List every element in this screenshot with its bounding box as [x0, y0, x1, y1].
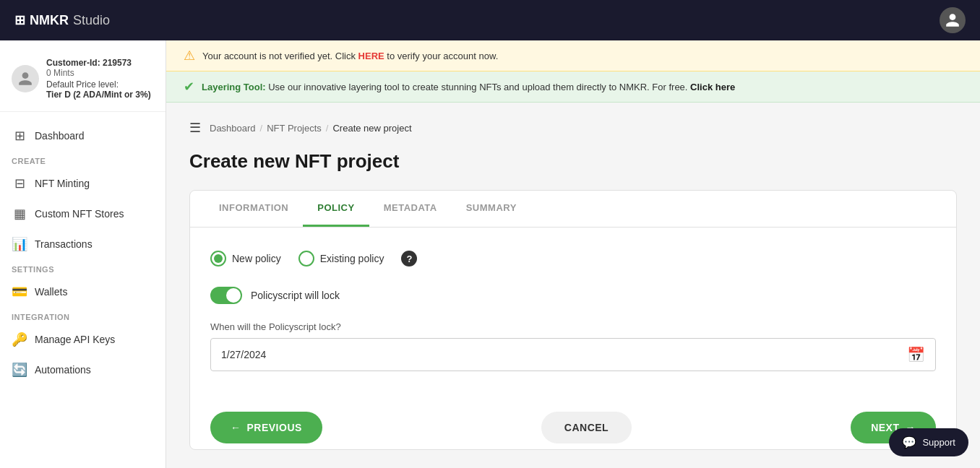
support-button[interactable]: 💬 Support	[889, 428, 968, 456]
sidebar-item-nft-minting[interactable]: ⊟ NFT Minting	[0, 168, 166, 199]
breadcrumb-nft-projects[interactable]: NFT Projects	[267, 123, 322, 134]
main-content: ⚠ Your account is not verified yet. Clic…	[166, 40, 980, 468]
transactions-icon: 📊	[12, 236, 27, 252]
sidebar-item-api-keys[interactable]: 🔑 Manage API Keys	[0, 324, 166, 355]
tab-information[interactable]: INFORMATION	[205, 191, 303, 227]
sidebar: Customer-Id: 219573 0 Mints Default Pric…	[0, 40, 166, 468]
arrow-left-icon: ←	[231, 422, 241, 433]
nft-minting-icon: ⊟	[12, 176, 27, 191]
page-title: Create new NFT project	[189, 150, 957, 173]
existing-policy-radio[interactable]	[298, 251, 314, 266]
breadcrumb-dashboard[interactable]: Dashboard	[210, 123, 256, 134]
integration-section-label: Integration	[0, 307, 166, 324]
automations-icon: 🔄	[12, 362, 27, 378]
mints-count: 0 Mints	[46, 68, 151, 78]
sidebar-nft-minting-label: NFT Minting	[35, 178, 90, 189]
policy-type-radio-group: New policy Existing policy ?	[210, 251, 936, 266]
page-area: ☰ Dashboard / NFT Projects / Create new …	[166, 103, 980, 468]
existing-policy-label: Existing policy	[320, 253, 384, 264]
sidebar-item-custom-nft-stores[interactable]: ▦ Custom NFT Stores	[0, 199, 166, 229]
sidebar-transactions-label: Transactions	[35, 238, 93, 250]
user-info: Customer-Id: 219573 0 Mints Default Pric…	[46, 58, 151, 100]
check-circle-icon: ✔	[184, 79, 194, 95]
lock-date-field-label: When will the Policyscript lock?	[210, 321, 936, 332]
create-section-label: Create	[0, 151, 166, 168]
sidebar-item-wallets[interactable]: 💳 Wallets	[0, 277, 166, 307]
new-policy-label: New policy	[232, 253, 281, 264]
sidebar-avatar	[12, 65, 39, 92]
breadcrumb-current: Create new project	[332, 123, 411, 134]
sidebar-item-automations[interactable]: 🔄 Automations	[0, 355, 166, 385]
user-avatar[interactable]	[940, 7, 966, 33]
lock-date-value: 1/27/2024	[221, 349, 266, 360]
banner-warning-text: Your account is not verified yet. Click …	[202, 51, 498, 61]
sidebar-api-keys-label: Manage API Keys	[35, 334, 115, 345]
price-level-label: Default Price level:	[46, 79, 151, 90]
policyscript-lock-toggle[interactable]	[210, 287, 242, 304]
tier-label: Tier D (2 ADA/Mint or 3%)	[46, 90, 151, 100]
existing-policy-option[interactable]: Existing policy	[298, 251, 384, 266]
custom-stores-icon: ▦	[12, 206, 27, 222]
brand-nmkr: NMKR	[30, 13, 69, 28]
previous-button[interactable]: ← PREVIOUS	[210, 412, 322, 443]
chat-icon: 💬	[902, 436, 916, 449]
calendar-icon[interactable]: 📅	[907, 346, 925, 363]
new-policy-radio[interactable]	[210, 251, 226, 266]
click-here-link[interactable]: Click here	[690, 82, 735, 92]
breadcrumb: ☰ Dashboard / NFT Projects / Create new …	[189, 120, 957, 136]
verify-link[interactable]: HERE	[358, 51, 384, 61]
cancel-button[interactable]: CANCEL	[541, 412, 632, 443]
dashboard-icon: ⊞	[12, 128, 27, 144]
sidebar-item-transactions[interactable]: 📊 Transactions	[0, 229, 166, 259]
tab-card: INFORMATION POLICY METADATA SUMMARY New …	[189, 190, 957, 450]
tab-metadata[interactable]: METADATA	[369, 191, 452, 227]
api-keys-icon: 🔑	[12, 332, 27, 347]
settings-section-label: Settings	[0, 259, 166, 277]
customer-id: Customer-Id: 219573	[46, 58, 151, 68]
sidebar-custom-stores-label: Custom NFT Stores	[35, 208, 124, 220]
sidebar-item-dashboard[interactable]: ⊞ Dashboard	[0, 121, 166, 151]
support-label: Support	[922, 437, 955, 448]
tab-content-policy: New policy Existing policy ? Policyscrip…	[190, 228, 956, 394]
new-policy-option[interactable]: New policy	[210, 251, 281, 266]
sidebar-dashboard-label: Dashboard	[35, 130, 85, 142]
tab-policy[interactable]: POLICY	[303, 191, 369, 227]
tab-bar: INFORMATION POLICY METADATA SUMMARY	[190, 191, 956, 228]
grid-icon: ⊞	[14, 12, 25, 28]
wallets-icon: 💳	[12, 284, 27, 300]
layering-text: Layering Tool: Use our innovative layeri…	[202, 82, 735, 92]
verification-banner: ⚠ Your account is not verified yet. Clic…	[166, 40, 980, 72]
breadcrumb-sep-1: /	[260, 123, 263, 134]
top-navigation: ⊞ NMKR Studio	[0, 0, 980, 40]
user-section: Customer-Id: 219573 0 Mints Default Pric…	[0, 52, 166, 112]
sidebar-automations-label: Automations	[35, 364, 91, 376]
brand-logo: ⊞ NMKR Studio	[14, 12, 110, 28]
tab-summary[interactable]: SUMMARY	[452, 191, 531, 227]
warning-icon: ⚠	[184, 48, 195, 64]
policyscript-lock-toggle-row: Policyscript will lock	[210, 287, 936, 304]
sidebar-wallets-label: Wallets	[35, 286, 67, 298]
brand-studio: Studio	[73, 13, 110, 28]
menu-icon: ☰	[189, 120, 201, 136]
action-bar: ← PREVIOUS CANCEL NEXT →	[190, 394, 956, 449]
layering-banner: ✔ Layering Tool: Use our innovative laye…	[166, 72, 980, 103]
policyscript-lock-label: Policyscript will lock	[251, 290, 340, 301]
help-icon[interactable]: ?	[401, 251, 417, 266]
breadcrumb-sep-2: /	[326, 123, 329, 134]
lock-date-field[interactable]: 1/27/2024 📅	[210, 338, 936, 371]
